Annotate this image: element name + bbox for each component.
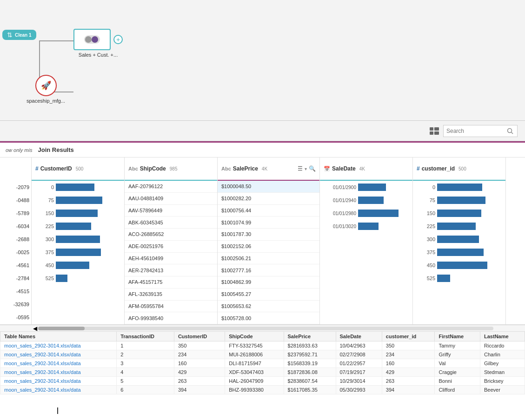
search-box[interactable] bbox=[443, 125, 518, 137]
hist-label: 300 bbox=[35, 236, 54, 242]
hist-bar-wrap bbox=[358, 210, 409, 217]
row-label: -32639 bbox=[0, 298, 31, 311]
str-row[interactable]: AFO-99938540 bbox=[125, 312, 217, 324]
search-saleprice-icon[interactable]: 🔍 bbox=[309, 165, 316, 172]
str-row[interactable]: $1000282.20 bbox=[218, 193, 319, 205]
table-cell: XDF-53047403 bbox=[225, 368, 284, 377]
hist-label: 01/01/2900 bbox=[324, 185, 356, 190]
hist-bar bbox=[358, 184, 386, 191]
table-cell[interactable]: moon_sales_2902-3014.xlsx/data bbox=[0, 359, 117, 368]
str-row[interactable]: $1005728.00 bbox=[218, 312, 319, 324]
table-cell[interactable]: moon_sales_2902-3014.xlsx/data bbox=[0, 368, 117, 377]
str-row[interactable]: $1000756.44 bbox=[218, 205, 319, 217]
hist-bar bbox=[437, 236, 479, 243]
scroll-bar[interactable]: ◀ bbox=[0, 325, 525, 331]
hist-row: 01/01/2980 bbox=[320, 207, 412, 220]
spaceship-icon[interactable]: 🚀 bbox=[35, 75, 57, 96]
col-name-saleprice: SalePrice bbox=[233, 165, 258, 172]
col-saledate: 📅 SaleDate 4K 01/01/2900 01/01/2940 01/0… bbox=[320, 158, 413, 324]
hist-bar bbox=[437, 249, 484, 256]
svg-rect-0 bbox=[430, 127, 433, 131]
hist-bar bbox=[56, 223, 91, 230]
hist-row: 225 bbox=[413, 220, 505, 233]
table-cell: $2379592.71 bbox=[284, 350, 336, 359]
str-row[interactable]: $1005653.62 bbox=[218, 301, 319, 313]
table-cell: 01/22/2957 bbox=[336, 359, 382, 368]
hist-bar bbox=[56, 210, 98, 217]
hist-bar-wrap bbox=[437, 275, 502, 282]
str-row[interactable]: AFL-32639135 bbox=[125, 289, 217, 301]
show-only-label: ow only mis bbox=[6, 147, 32, 153]
str-row[interactable]: $1001787.30 bbox=[218, 229, 319, 241]
table-cell: 07/19/2917 bbox=[336, 368, 382, 377]
hist-bar bbox=[437, 223, 476, 230]
col-body-saledate: 01/01/2900 01/01/2940 01/01/2980 01/01/3… bbox=[320, 181, 412, 324]
table-cell[interactable]: moon_sales_2902-3014.xlsx/data bbox=[0, 377, 117, 386]
dropdown-arrow-saleprice[interactable]: ▾ bbox=[305, 166, 307, 171]
col-name-customerid: CustomerID bbox=[40, 165, 72, 172]
merge-box[interactable] bbox=[73, 29, 111, 50]
str-row[interactable]: $1002506.21 bbox=[218, 253, 319, 265]
str-row[interactable]: $1002777.16 bbox=[218, 264, 319, 276]
str-row[interactable]: AFM-05955784 bbox=[125, 301, 217, 313]
table-row: moon_sales_2902-3014.xlsx/data2234MUI-26… bbox=[0, 350, 525, 359]
table-header: LastName bbox=[480, 332, 525, 341]
table-cell: 10/04/2963 bbox=[336, 341, 382, 350]
str-row[interactable]: $1005455.27 bbox=[218, 289, 319, 301]
str-row[interactable]: $1004862.99 bbox=[218, 276, 319, 289]
table-cell[interactable]: moon_sales_2902-3014.xlsx/data bbox=[0, 341, 117, 350]
str-row[interactable]: ABK-60345345 bbox=[125, 217, 217, 229]
table-cell[interactable]: moon_sales_2902-3014.xlsx/data bbox=[0, 350, 117, 359]
add-node-button[interactable]: + bbox=[113, 35, 123, 44]
hist-bar-wrap bbox=[56, 275, 120, 282]
grid-view-icon[interactable] bbox=[429, 126, 439, 136]
str-row[interactable]: ACO-26885652 bbox=[125, 229, 217, 241]
table-cell: 263 bbox=[174, 377, 225, 386]
scroll-thumb[interactable] bbox=[38, 327, 85, 330]
hist-bar-wrap bbox=[437, 236, 502, 243]
scroll-left-btn[interactable]: ◀ bbox=[32, 325, 38, 332]
table-cell: Griffy bbox=[435, 350, 480, 359]
table-header: TransactionID bbox=[117, 332, 174, 341]
hist-row: 525 bbox=[32, 272, 124, 285]
str-row[interactable]: AAU-04881409 bbox=[125, 193, 217, 205]
row-label: -2079 bbox=[0, 181, 31, 194]
clean1-box[interactable]: ⇅ Clean 1 bbox=[2, 30, 36, 40]
hist-label: 01/01/3020 bbox=[324, 224, 356, 229]
str-row[interactable]: $1001074.99 bbox=[218, 217, 319, 229]
hist-label: 375 bbox=[417, 249, 435, 255]
col-name-saledate: SaleDate bbox=[332, 165, 356, 172]
hist-bar-wrap bbox=[358, 184, 409, 191]
table-cell: $2838607.54 bbox=[284, 377, 336, 386]
hist-bar-wrap bbox=[56, 197, 120, 204]
str-row[interactable]: AER-27842413 bbox=[125, 264, 217, 276]
hist-bar bbox=[56, 197, 102, 204]
hist-row: 75 bbox=[32, 194, 124, 207]
table-cell: 160 bbox=[382, 359, 435, 368]
hist-bar-wrap bbox=[56, 262, 120, 269]
str-row[interactable]: AAV-57896449 bbox=[125, 205, 217, 217]
str-row[interactable]: $1002152.06 bbox=[218, 241, 319, 253]
str-row[interactable]: AEH-45610499 bbox=[125, 253, 217, 265]
str-row[interactable]: AFA-45157175 bbox=[125, 276, 217, 289]
hist-bar-wrap bbox=[437, 210, 502, 217]
table-cell: DLI-81715947 bbox=[225, 359, 284, 368]
hist-bar bbox=[437, 262, 487, 269]
hist-label: 150 bbox=[417, 210, 435, 216]
str-row[interactable]: $1000048.50 bbox=[218, 181, 319, 193]
hist-row: 01/01/2900 bbox=[320, 181, 412, 194]
search-input[interactable] bbox=[446, 128, 507, 134]
table-cell[interactable]: moon_sales_2902-3014.xlsx/data bbox=[0, 386, 117, 394]
filter-icon[interactable]: ☰ bbox=[298, 165, 303, 172]
data-table: Table NamesTransactionIDCustomerIDShipCo… bbox=[0, 331, 525, 394]
str-row[interactable]: AAF-20796122 bbox=[125, 181, 217, 193]
table-cell: 6 bbox=[117, 386, 174, 394]
row-label: -5789 bbox=[0, 207, 31, 220]
row-label: -2688 bbox=[0, 233, 31, 246]
data-table-container[interactable]: Table NamesTransactionIDCustomerIDShipCo… bbox=[0, 331, 525, 420]
svg-point-4 bbox=[508, 128, 512, 132]
type-icon-saledate: 📅 bbox=[324, 166, 330, 172]
table-cell: 429 bbox=[174, 368, 225, 377]
str-row[interactable]: ADE-00251976 bbox=[125, 241, 217, 253]
scroll-track[interactable] bbox=[38, 327, 493, 330]
